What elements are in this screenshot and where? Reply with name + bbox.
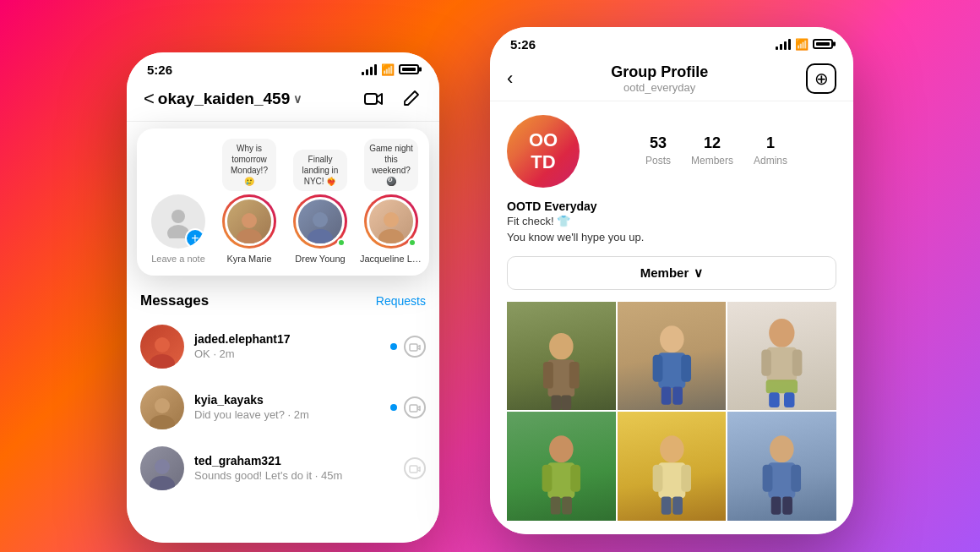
bio-name: OOTD Everyday [507, 199, 836, 213]
svg-point-49 [770, 436, 794, 463]
svg-rect-54 [783, 497, 793, 515]
compose-icon[interactable] [399, 87, 422, 111]
svg-rect-42 [562, 497, 572, 515]
posts-label: Posts [645, 155, 671, 167]
svg-rect-26 [652, 355, 662, 382]
stat-admins: 1 Admins [754, 134, 787, 167]
story-jacqueline[interactable]: Game night this weekend? 🎱 Jacqueli [360, 139, 422, 264]
header-title-left[interactable]: < okay_kaiden_459 ∨ [144, 88, 302, 110]
msg-content-3: ted_graham321 Sounds good! Let's do it ·… [194, 454, 394, 482]
battery-icon [399, 64, 419, 74]
svg-point-9 [155, 337, 170, 353]
svg-rect-36 [784, 393, 794, 408]
member-button[interactable]: Member ∨ [507, 256, 836, 290]
msg-content-1: jaded.elephant17 OK · 2m [194, 332, 380, 360]
requests-link[interactable]: Requests [376, 294, 426, 308]
svg-point-6 [308, 229, 333, 243]
status-icons-right: 📶 [776, 38, 833, 51]
svg-rect-14 [410, 405, 417, 412]
photo-cell-6[interactable] [727, 412, 836, 521]
story-drew[interactable]: Finally landing in NYC! ❤️‍🔥 Drew Y [289, 150, 351, 264]
add-note-label: Leave a note [147, 254, 210, 264]
svg-rect-23 [561, 396, 571, 410]
add-note-avatar[interactable]: + [151, 194, 205, 249]
svg-rect-41 [551, 497, 561, 515]
svg-rect-47 [661, 497, 671, 515]
message-item-3[interactable]: ted_graham321 Sounds good! Let's do it ·… [140, 438, 426, 499]
members-label: Members [691, 155, 733, 167]
member-chevron-icon: ∨ [694, 265, 703, 281]
message-item-1[interactable]: jaded.elephant17 OK · 2m [140, 316, 426, 377]
svg-point-37 [549, 436, 574, 463]
camera-icon-2[interactable] [404, 396, 426, 418]
drew-note: Finally landing in NYC! ❤️‍🔥 [293, 150, 347, 191]
svg-rect-39 [542, 465, 553, 492]
camera-icon-1[interactable] [404, 336, 426, 358]
message-item-2[interactable]: kyia_kayaks Did you leave yet? · 2m [140, 377, 426, 438]
msg-username-3: ted_graham321 [194, 454, 394, 467]
svg-rect-53 [771, 497, 781, 515]
svg-rect-33 [792, 350, 803, 376]
group-info-row: OO TD 53 Posts 12 Members [507, 115, 836, 188]
svg-rect-52 [792, 465, 802, 492]
unread-dot-2 [390, 404, 397, 411]
photo-cell-4[interactable] [507, 412, 616, 521]
member-button-label: Member [640, 265, 689, 280]
camera-icon-3[interactable] [404, 457, 426, 479]
kyra-avatar[interactable] [222, 194, 276, 249]
bio-line1: Fit check! 👕 [507, 213, 836, 230]
svg-rect-29 [672, 386, 683, 404]
msg-username-1: jaded.elephant17 [194, 332, 380, 346]
photo-cell-5[interactable] [618, 412, 727, 521]
svg-point-3 [242, 213, 257, 228]
svg-rect-11 [410, 344, 417, 351]
admins-count: 1 [754, 134, 787, 152]
jacqueline-note: Game night this weekend? 🎱 [364, 139, 418, 191]
phone-right: 5:26 📶 ‹ Group Profile ootd_everyday ⊕ [490, 27, 853, 534]
stat-members: 12 Members [691, 134, 733, 167]
jacqueline-online-dot [408, 238, 416, 247]
svg-point-4 [237, 229, 262, 243]
photo-cell-2[interactable] [618, 302, 727, 411]
svg-point-30 [770, 319, 795, 347]
photo-cell-1[interactable] [507, 302, 616, 411]
msg-icons-3 [404, 457, 426, 479]
svg-rect-35 [770, 393, 780, 408]
photo-cell-3[interactable] [727, 302, 836, 411]
svg-rect-34 [766, 380, 798, 394]
svg-point-13 [150, 415, 175, 429]
add-to-group-button[interactable]: ⊕ [806, 63, 836, 94]
back-button[interactable]: ‹ [507, 68, 513, 90]
jacqueline-avatar-ring[interactable] [364, 194, 418, 249]
back-chevron-left[interactable]: < [144, 88, 155, 110]
plus-icon[interactable]: + [185, 228, 205, 249]
svg-rect-22 [551, 396, 561, 410]
video-call-icon[interactable] [362, 87, 385, 111]
group-header: ‹ Group Profile ootd_everyday ⊕ [490, 55, 853, 101]
jacqueline-label: Jacqueline Lam [360, 254, 422, 264]
svg-rect-46 [681, 465, 691, 492]
username-header[interactable]: okay_kaiden_459 [158, 90, 290, 108]
svg-point-12 [155, 398, 170, 413]
drew-avatar-ring[interactable] [293, 194, 347, 249]
unread-dot-1 [390, 343, 397, 350]
drew-label: Drew Young [289, 254, 351, 264]
dropdown-chevron[interactable]: ∨ [293, 92, 302, 106]
signal-icon-right [776, 39, 791, 50]
phone-left: 5:26 📶 < okay_kaiden_459 ∨ [127, 52, 439, 543]
msg-preview-2: Did you leave yet? · 2m [194, 408, 380, 421]
story-kyra[interactable]: Why is tomorrow Monday!? 🥲 Kyra Marie [218, 139, 280, 264]
msg-avatar-2 [140, 385, 184, 429]
bio-line2: You know we'll hype you up. [507, 229, 836, 246]
svg-rect-17 [410, 466, 417, 473]
phones-container: 5:26 📶 < okay_kaiden_459 ∨ [127, 10, 853, 543]
svg-point-16 [150, 476, 175, 490]
story-add-note[interactable]: + Leave a note [147, 194, 210, 264]
group-title-block: Group Profile ootd_everyday [611, 63, 708, 94]
signal-icon [362, 64, 377, 75]
messages-section: Messages Requests jaded.elephant17 OK · … [127, 282, 439, 499]
wifi-icon-right: 📶 [795, 38, 808, 51]
svg-point-43 [660, 436, 684, 463]
avatar-text-line2: TD [531, 151, 555, 172]
drew-online-dot [337, 238, 346, 247]
